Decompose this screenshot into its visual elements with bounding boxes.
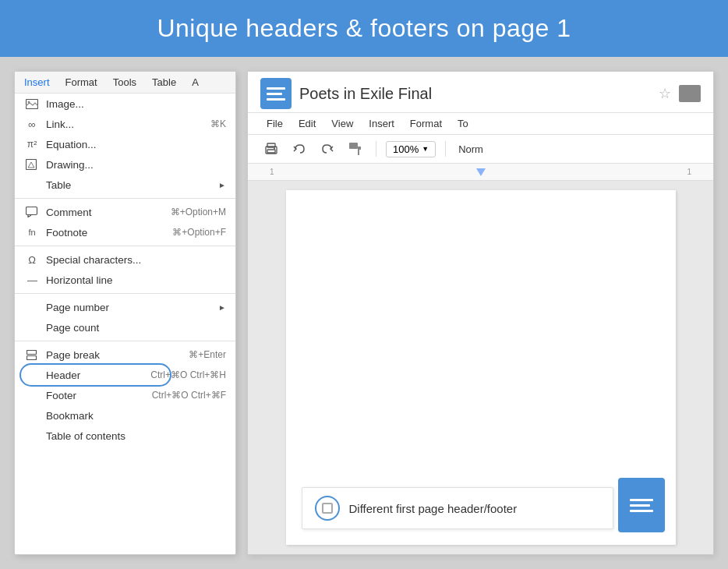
link-icon: ∞ [24, 118, 40, 130]
menu-bar: Insert Format Tools Table A [15, 72, 235, 94]
menu-item-link-label: Link... [46, 118, 204, 130]
footer-icon [24, 389, 40, 401]
toolbar-redo-btn[interactable] [316, 138, 338, 160]
format-btn-line-1 [630, 499, 653, 501]
ruler-mark-right: 1 [687, 168, 691, 176]
menu-item-comment-shortcut: ⌘+Option+M [171, 207, 226, 217]
menu-bar-format[interactable]: Format [62, 75, 101, 90]
special-chars-icon: Ω [24, 253, 40, 266]
docs-menu-view[interactable]: View [325, 115, 359, 133]
docs-document-area: Different first page header/footer [248, 181, 713, 554]
page-number-arrow-icon: ► [218, 303, 226, 312]
menu-item-header-shortcut: Ctrl+⌘O Ctrl+⌘H [150, 369, 226, 380]
toolbar-zoom-value: 100% [393, 143, 419, 155]
menu-item-footer[interactable]: Footer Ctrl+⌘O Ctrl+⌘F [15, 385, 235, 405]
menu-item-table-of-contents-label: Table of contents [46, 430, 226, 442]
docs-logo-line-1 [267, 87, 285, 90]
menu-item-footer-shortcut: Ctrl+⌘O Ctrl+⌘F [152, 390, 226, 401]
menu-item-comment[interactable]: Comment ⌘+Option+M [15, 202, 235, 222]
format-btn-line-3 [630, 510, 653, 512]
menu-item-link[interactable]: ∞ Link... ⌘K [15, 114, 235, 134]
docs-title-area: Poets in Exile Final ☆ [248, 72, 713, 113]
menu-item-page-break-label: Page break [46, 349, 182, 361]
menu-bar-a[interactable]: A [189, 75, 202, 90]
table-of-contents-icon [24, 429, 40, 442]
menu-item-special-chars-label: Special characters... [46, 254, 226, 266]
menu-item-bookmark-label: Bookmark [46, 410, 226, 422]
svg-rect-2 [27, 160, 37, 170]
svg-rect-7 [267, 150, 275, 153]
menu-item-footer-label: Footer [46, 390, 146, 401]
header-icon [24, 369, 40, 381]
format-btn-line-2 [630, 504, 650, 507]
docs-star-icon[interactable]: ☆ [659, 85, 671, 102]
svg-rect-5 [27, 355, 37, 359]
docs-logo-lines [267, 87, 285, 101]
menu-item-link-shortcut: ⌘K [210, 118, 226, 129]
menu-item-header[interactable]: Header Ctrl+⌘O Ctrl+⌘H [15, 365, 235, 385]
document-page: Different first page header/footer [286, 190, 676, 545]
page-count-icon [24, 321, 40, 334]
menu-item-page-count-label: Page count [46, 322, 226, 334]
docs-menu-bar: File Edit View Insert Format To [248, 113, 713, 135]
drawing-icon [24, 158, 40, 171]
toolbar-print-btn[interactable] [260, 138, 282, 160]
docs-menu-format[interactable]: Format [404, 115, 448, 133]
menu-item-table-label: Table [46, 179, 218, 191]
menu-item-horizontal-line-label: Horizontal line [46, 274, 226, 286]
title-bar: Unique headers & footers on page 1 [0, 0, 728, 57]
menu-item-page-break-shortcut: ⌘+Enter [189, 349, 226, 360]
menu-item-drawing[interactable]: Drawing... [15, 154, 235, 175]
menu-item-bookmark[interactable]: Bookmark [15, 405, 235, 426]
docs-folder-icon [679, 85, 701, 102]
docs-menu-to[interactable]: To [451, 115, 475, 133]
comment-icon [24, 206, 40, 218]
menu-item-table-of-contents[interactable]: Table of contents [15, 426, 235, 446]
page-break-icon [24, 348, 40, 361]
menu-item-special-chars[interactable]: Ω Special characters... [15, 249, 235, 270]
zoom-dropdown-icon: ▼ [422, 145, 429, 153]
menu-item-table[interactable]: Table ► [15, 175, 235, 195]
svg-rect-10 [349, 143, 358, 149]
docs-toolbar: 100% ▼ Norm [248, 135, 713, 164]
checkbox-inner[interactable] [322, 503, 333, 514]
menu-item-equation[interactable]: π² Equation... [15, 134, 235, 154]
toolbar-paintformat-btn[interactable] [345, 138, 366, 160]
footnote-icon: fn [24, 226, 40, 239]
equation-icon: π² [24, 138, 40, 150]
toolbar-zoom-selector[interactable]: 100% ▼ [386, 141, 436, 157]
main-container: Unique headers & footers on page 1 Inser… [0, 0, 728, 569]
format-btn-lines [630, 499, 653, 512]
menu-bar-insert[interactable]: Insert [21, 75, 53, 90]
docs-logo-line-3 [267, 98, 285, 101]
docs-ruler: 1 1 [248, 164, 713, 181]
table-icon [24, 178, 40, 191]
svg-rect-3 [27, 207, 37, 215]
menu-bar-table[interactable]: Table [149, 75, 179, 90]
docs-logo [260, 78, 292, 109]
toolbar-undo-btn[interactable] [288, 138, 310, 160]
toolbar-style-selector[interactable]: Norm [455, 142, 486, 157]
menu-item-image-label: Image... [46, 98, 226, 110]
menu-item-page-number-label: Page number [46, 302, 218, 313]
menu-item-page-break[interactable]: Page break ⌘+Enter [15, 345, 235, 365]
menu-item-footnote[interactable]: fn Footnote ⌘+Option+F [15, 222, 235, 242]
menu-item-page-number[interactable]: Page number ► [15, 297, 235, 317]
checkbox-row: Different first page header/footer [302, 487, 613, 529]
dropdown-panel: Insert Format Tools Table A Image... ∞ L… [14, 71, 236, 555]
menu-item-image[interactable]: Image... [15, 94, 235, 114]
menu-item-comment-label: Comment [46, 207, 164, 218]
horizontal-line-icon: — [24, 274, 40, 286]
ruler-content: 1 1 [254, 168, 707, 176]
docs-menu-insert[interactable]: Insert [362, 115, 401, 133]
docs-menu-edit[interactable]: Edit [292, 115, 322, 133]
menu-item-horizontal-line[interactable]: — Horizontal line [15, 270, 235, 290]
menu-item-page-count[interactable]: Page count [15, 317, 235, 338]
docs-menu-file[interactable]: File [260, 115, 289, 133]
menu-bar-tools[interactable]: Tools [110, 75, 140, 90]
menu-item-footnote-label: Footnote [46, 227, 166, 239]
menu-item-drawing-label: Drawing... [46, 159, 226, 171]
menu-item-footnote-shortcut: ⌘+Option+F [172, 227, 226, 238]
format-button[interactable] [618, 478, 665, 532]
ruler-triangle-icon [476, 168, 486, 176]
